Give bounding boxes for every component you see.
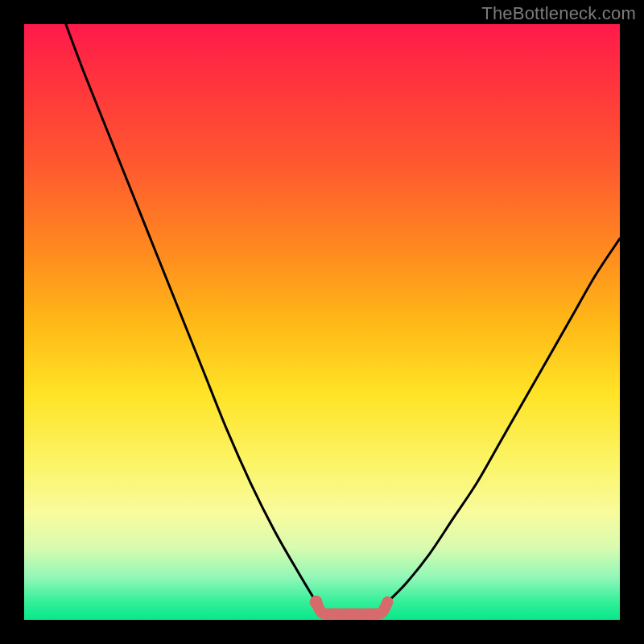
marker-dot-icon (310, 596, 323, 609)
chart-svg (24, 24, 620, 620)
bottom-marker-line (316, 602, 388, 614)
chart-frame: TheBottleneck.com (0, 0, 644, 644)
watermark-text: TheBottleneck.com (481, 3, 636, 24)
plot-area (24, 24, 620, 620)
left-curve (66, 24, 316, 602)
right-curve (387, 238, 620, 601)
